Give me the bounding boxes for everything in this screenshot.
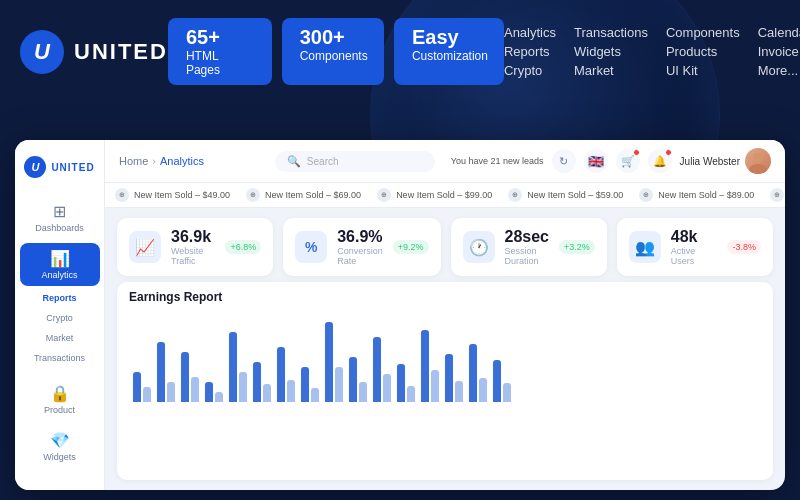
bar-primary [301,367,309,402]
user-profile[interactable]: Julia Webster [680,148,771,174]
sidebar: U UNITED ⊞ Dashboards 📊 Analytics Report… [15,140,105,490]
bar-primary [157,342,165,402]
leads-badge: You have 21 new leads [451,156,544,166]
topnav-right: You have 21 new leads ↻ 🇬🇧 🛒 🔔 Julia Web… [451,148,771,174]
bar-secondary [263,384,271,402]
sidebar-item-analytics[interactable]: 📊 Analytics [20,243,100,286]
bar-group [229,332,247,402]
sidebar-item-widgets[interactable]: 💎 Widgets [20,425,100,468]
bar-primary [253,362,261,402]
conversion-value: 36.9% [337,228,383,246]
marketing-stat-2: 300+ Components [282,18,384,85]
bar-secondary [407,386,415,402]
brand-logo[interactable]: U UNITED [20,30,168,74]
stat2-label: Components [300,49,366,63]
ticker-bar: ⊕ New Item Sold – $49.00 ⊕ New Item Sold… [105,183,785,208]
sidebar-item-market[interactable]: Market [20,330,100,346]
ticker-text-4: New Item Sold – $59.00 [527,190,623,200]
nav-analytics[interactable]: Analytics [504,25,556,40]
bar-group [301,367,319,402]
sidebar-brand[interactable]: U UNITED [16,150,102,184]
notification-button[interactable]: 🔔 [648,149,672,173]
main-content: Home › Analytics 🔍 Search You have 21 ne… [105,140,785,490]
breadcrumb-separator: › [152,155,156,167]
bar-group [493,360,511,402]
language-selector[interactable]: 🇬🇧 [584,149,608,173]
nav-products[interactable]: Products [666,44,740,59]
nav-calendar[interactable]: Calendar [758,25,800,40]
refresh-button[interactable]: ↻ [552,149,576,173]
session-change: +3.2% [559,240,595,254]
bar-group [469,344,487,402]
ticker-item-2: ⊕ New Item Sold – $69.00 [246,188,361,202]
product-label: Product [44,405,75,415]
cart-button[interactable]: 🛒 [616,149,640,173]
bar-secondary [143,387,151,402]
traffic-body: 36.9k Website Traffic [171,228,215,266]
sidebar-item-reports[interactable]: Reports [20,290,100,306]
stat2-number: 300+ [300,26,366,49]
nav-more[interactable]: More... [758,63,800,78]
users-body: 48k Active Users [671,228,718,266]
nav-uikit[interactable]: UI Kit [666,63,740,78]
marketing-stat-3: Easy Customization [394,18,504,85]
widgets-icon: 💎 [50,431,70,450]
sidebar-item-transactions[interactable]: Transactions [20,350,100,366]
transactions-label: Transactions [28,353,92,363]
search-input[interactable]: Search [307,156,339,167]
session-value: 28sec [505,228,550,246]
bar-secondary [167,382,175,402]
nav-col-3: Components Products UI Kit [666,25,740,78]
breadcrumb-current: Analytics [160,155,204,167]
traffic-value: 36.9k [171,228,215,246]
sidebar-item-dashboards[interactable]: ⊞ Dashboards [20,196,100,239]
nav-widgets[interactable]: Widgets [574,44,648,59]
stat-card-traffic: 📈 36.9k Website Traffic +6.8% [117,218,273,276]
bar-secondary [479,378,487,402]
ticker-item-4: ⊕ New Item Sold – $59.00 [508,188,623,202]
bar-group [421,330,439,402]
nav-transactions[interactable]: Transactions [574,25,648,40]
ticker-icon-3: ⊕ [377,188,391,202]
analytics-icon: 📊 [50,249,70,268]
sidebar-logo-text: UNITED [51,162,94,173]
breadcrumb: Home › Analytics [119,155,204,167]
bar-primary [277,347,285,402]
bar-secondary [359,382,367,402]
bar-primary [181,352,189,402]
search-icon: 🔍 [287,155,301,168]
dashboard-panel: U UNITED ⊞ Dashboards 📊 Analytics Report… [15,140,785,490]
conversion-icon: % [295,231,327,263]
users-icon: 👥 [629,231,661,263]
marketing-bar: U UNITED 65+ HTML Pages 300+ Components … [0,0,800,95]
sidebar-item-product[interactable]: 🔒 Product [20,378,100,421]
bar-primary [325,322,333,402]
nav-market[interactable]: Market [574,63,648,78]
bar-primary [469,344,477,402]
bar-secondary [455,381,463,402]
nav-reports[interactable]: Reports [504,44,556,59]
crypto-label: Crypto [28,313,92,323]
sidebar-item-crypto[interactable]: Crypto [20,310,100,326]
bar-secondary [239,372,247,402]
nav-invoice[interactable]: Invoice [758,44,800,59]
session-label: Session Duration [505,246,550,266]
reports-label: Reports [28,293,92,303]
ticker-text-2: New Item Sold – $69.00 [265,190,361,200]
users-change: -3.8% [727,240,761,254]
bar-primary [133,372,141,402]
user-name: Julia Webster [680,156,740,167]
dashboards-icon: ⊞ [53,202,66,221]
conversion-change: +9.2% [393,240,429,254]
stat-card-session: 🕐 28sec Session Duration +3.2% [451,218,607,276]
bar-primary [349,357,357,402]
nav-components[interactable]: Components [666,25,740,40]
ticker-icon-6: ⊕ [770,188,784,202]
search-bar[interactable]: 🔍 Search [275,151,435,172]
ticker-icon-1: ⊕ [115,188,129,202]
nav-crypto[interactable]: Crypto [504,63,556,78]
bar-primary [397,364,405,402]
analytics-label: Analytics [41,270,77,280]
ticker-item-5: ⊕ New Item Sold – $89.00 [639,188,754,202]
breadcrumb-home[interactable]: Home [119,155,148,167]
